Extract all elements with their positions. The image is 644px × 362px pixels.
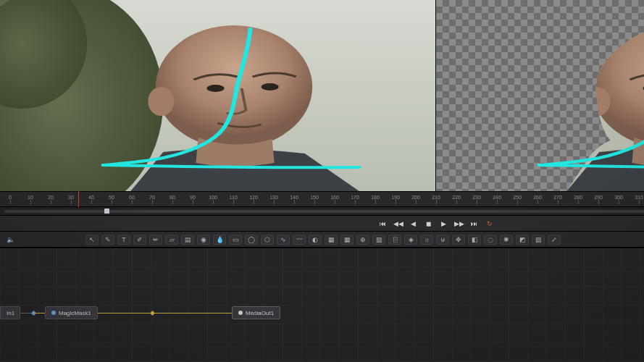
node-toolbar: 🔈 ↖✎T✐✏▱▤◉💧▭◯⬡∿〰◐▦▦⊕▧⌸◈☼⊎✥◧◌✺◩▨⤢: [0, 232, 644, 248]
node-label: MagicMask1: [59, 310, 91, 316]
tool-warp-icon[interactable]: ▦: [325, 235, 338, 245]
tool-ellipse-icon[interactable]: ◯: [245, 235, 258, 245]
dual-viewer: 6144x3240xfloat32: [0, 0, 644, 191]
tick: 190: [385, 195, 406, 204]
tick: 160: [325, 195, 345, 204]
tool-blur-icon[interactable]: ◌: [484, 235, 497, 245]
tick: 90: [183, 195, 203, 204]
tool-color-icon[interactable]: ◧: [468, 235, 481, 245]
tool-resize-icon[interactable]: ⤢: [548, 235, 561, 245]
node-port-icon: [51, 311, 56, 315]
tool-matte-icon[interactable]: ▨: [532, 235, 545, 245]
tool-polyline-icon[interactable]: ⬡: [261, 235, 274, 245]
tick: 230: [467, 195, 487, 204]
tool-eyedrop-icon[interactable]: ✐: [133, 235, 146, 245]
tick: 250: [507, 195, 527, 204]
tool-rectangle-icon[interactable]: ▭: [229, 235, 242, 245]
tick: 60: [122, 195, 142, 204]
tool-pencil-icon[interactable]: ✏: [149, 235, 162, 245]
transport-controls: ⏮ ◀◀ ◀ ◼ ▶ ▶▶ ⏭ ↻: [0, 216, 644, 232]
tick: 110: [223, 195, 243, 204]
tool-mask-icon[interactable]: ◐: [309, 235, 322, 245]
tick: 10: [20, 195, 41, 204]
tick: 200: [406, 195, 426, 204]
tool-eraser-icon[interactable]: ▱: [165, 235, 178, 245]
node-label: MediaOut1: [246, 310, 274, 316]
tick: 130: [264, 195, 284, 204]
tick: 180: [365, 195, 385, 204]
tick: 0: [0, 195, 20, 204]
node-label: In1: [7, 310, 14, 316]
tick: 20: [41, 195, 61, 204]
playhead[interactable]: [78, 191, 79, 207]
node-input[interactable]: In1: [0, 306, 20, 319]
tool-merge-icon[interactable]: ⊎: [436, 235, 449, 245]
timeline-ruler[interactable]: 0102030405060708090100110120130140150160…: [0, 191, 644, 207]
loop-button[interactable]: ↻: [484, 219, 495, 228]
tool-planar-icon[interactable]: ▧: [372, 235, 385, 245]
tool-drop-icon[interactable]: 💧: [213, 235, 226, 245]
viewer-right[interactable]: 6144x3240xfloat32: [436, 0, 644, 191]
tick: 50: [101, 195, 122, 204]
tick: 170: [345, 195, 365, 204]
tick: 300: [609, 195, 629, 204]
tick: 150: [304, 195, 325, 204]
tick: 220: [446, 195, 467, 204]
tool-text-icon[interactable]: T: [117, 235, 130, 245]
node-link: [98, 313, 233, 313]
tick: 100: [203, 195, 223, 204]
tick: 70: [142, 195, 162, 204]
scrub-bar: 415.0: [0, 207, 644, 216]
tool-brush-icon[interactable]: ✎: [101, 235, 114, 245]
tick: 310: [629, 195, 644, 204]
tick: 280: [568, 195, 588, 204]
node-graph[interactable]: In1 MagicMask1 MediaOut1: [0, 248, 644, 362]
node-magicmask[interactable]: MagicMask1: [45, 306, 98, 319]
step-forward-button[interactable]: ▶▶: [453, 219, 465, 228]
stop-button[interactable]: ◼: [423, 219, 435, 228]
go-last-button[interactable]: ⏭: [469, 219, 480, 228]
scrub-track[interactable]: [4, 210, 644, 213]
tick: 80: [162, 195, 183, 204]
play-forward-button[interactable]: ▶: [438, 219, 450, 228]
tool-stamp-icon[interactable]: ◉: [197, 235, 210, 245]
tool-keyer-icon[interactable]: ◩: [516, 235, 529, 245]
tool-xf-icon[interactable]: ✥: [452, 235, 465, 245]
viewer-left[interactable]: 6144x3240xfloat32: [0, 0, 436, 191]
go-first-button[interactable]: ⏮: [377, 219, 389, 228]
tool-glow-icon[interactable]: ✺: [500, 235, 513, 245]
tool-paint-icon[interactable]: ▤: [181, 235, 194, 245]
scrub-knob[interactable]: [104, 209, 109, 214]
step-back-button[interactable]: ◀◀: [393, 219, 404, 228]
tool-bezier-icon[interactable]: 〰: [293, 235, 306, 245]
node-mediaout[interactable]: MediaOut1: [232, 306, 280, 319]
tool-grid-icon[interactable]: ▦: [340, 235, 354, 245]
tool-pointer-icon[interactable]: ↖: [85, 235, 99, 245]
node-port-icon: [238, 311, 243, 315]
tick: 120: [243, 195, 264, 204]
tick: 290: [588, 195, 609, 204]
tick: 240: [487, 195, 507, 204]
tool-tracker-icon[interactable]: ⊕: [356, 235, 369, 245]
tick: 40: [81, 195, 101, 204]
tool-bspline-icon[interactable]: ∿: [277, 235, 290, 245]
mask-stroke-left: [0, 0, 435, 191]
play-reverse-button[interactable]: ◀: [408, 219, 419, 228]
mask-stroke-right: [436, 0, 644, 191]
tool-3d-icon[interactable]: ◈: [404, 235, 417, 245]
tick: 210: [426, 195, 446, 204]
tick: 140: [284, 195, 304, 204]
tool-camera-icon[interactable]: ⌸: [388, 235, 401, 245]
tick: 260: [527, 195, 548, 204]
audio-icon[interactable]: 🔈: [0, 236, 20, 243]
tool-light-icon[interactable]: ☼: [420, 235, 433, 245]
tick: 270: [548, 195, 568, 204]
